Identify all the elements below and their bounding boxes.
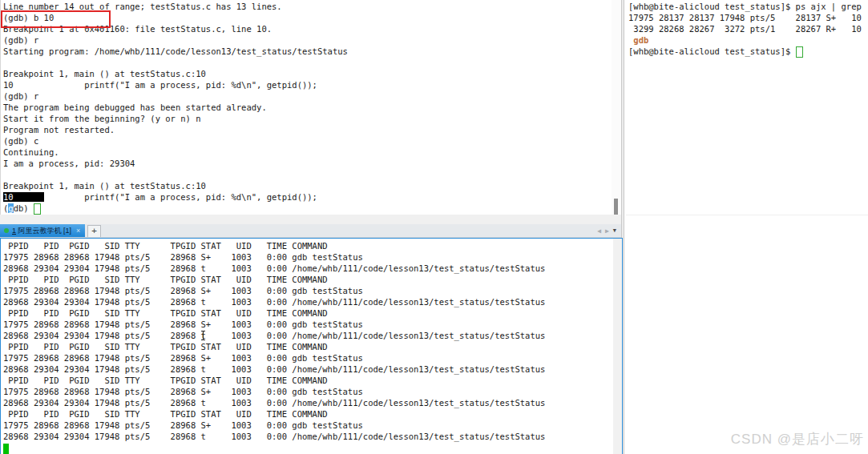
- connected-status-dot-icon: [4, 228, 9, 233]
- terminal-line: PPID PID PGID SID TTY TPGID STAT UID TIM…: [3, 341, 622, 352]
- tab-scroll-right-icon[interactable]: ▶: [605, 227, 609, 235]
- terminal-line: PPID PID PGID SID TTY TPGID STAT UID TIM…: [3, 240, 622, 251]
- terminal-line: [whb@bite-alicloud test_status]$ ps ajx …: [628, 1, 868, 12]
- terminal-line: 17975 28968 28968 17948 pts/5 28968 S+ 1…: [3, 352, 622, 364]
- csdn-watermark: CSDN @是店小二呀: [731, 430, 864, 448]
- gdb-terminal-pane[interactable]: Line number 14 out of range; testStatus.…: [0, 0, 612, 215]
- terminal-line: 10 printf("I am a process, pid: %d\n", g…: [3, 79, 612, 90]
- terminal-line: PPID PID PGID SID TTY TPGID STAT UID TIM…: [3, 408, 622, 420]
- terminal-app-window: Line number 14 out of range; testStatus.…: [0, 0, 868, 454]
- tab-scroll-left-icon[interactable]: ◀: [597, 227, 601, 235]
- terminal-line: 17975 28968 28968 17948 pts/5 28968 S+ 1…: [3, 285, 622, 296]
- terminal-line: 10 printf("I am a process, pid: %d\n", g…: [3, 191, 612, 203]
- terminal-line: 28968 29304 29304 17948 pts/5 28968 t 10…: [3, 397, 622, 408]
- terminal-line: The program being debugged has been star…: [3, 102, 612, 113]
- terminal-line: Program not restarted.: [3, 124, 612, 135]
- terminal-line: PPID PID PGID SID TTY TPGID STAT UID TIM…: [3, 307, 622, 319]
- right-pane-divider: [626, 215, 868, 215]
- terminal-line: 17975 28968 28968 17948 pts/5 28968 S+ 1…: [3, 420, 622, 431]
- tab-close-icon[interactable]: ×: [76, 227, 80, 235]
- left-pane-scrollbar-thumb[interactable]: [614, 199, 618, 215]
- terminal-line: Breakpoint 1, main () at testStatus.c:10: [3, 180, 612, 191]
- new-tab-button[interactable]: +: [87, 225, 101, 237]
- terminal-line: (gdb) r: [3, 34, 612, 46]
- terminal-line: [whb@bite-alicloud test_status]$: [628, 46, 868, 57]
- bottom-pane-scrollbar[interactable]: [613, 239, 622, 454]
- terminal-line: Line number 14 out of range; testStatus.…: [3, 1, 612, 12]
- terminal-line: (gdb): [3, 203, 612, 214]
- terminal-line: 17975 28137 28137 17948 pts/5 28137 S+ 1…: [628, 12, 868, 23]
- tab-bar-controls: ◀ ▶ ▼: [597, 224, 621, 237]
- terminal-line: Breakpoint 1 at 0x401160: file testStatu…: [3, 23, 612, 34]
- terminal-line: [3, 169, 612, 180]
- terminal-line: PPID PID PGID SID TTY TPGID STAT UID TIM…: [3, 375, 622, 386]
- tab-aliyun-session[interactable]: 1 阿里云教学机 [1] ×: [0, 224, 85, 237]
- terminal-line: PPID PID PGID SID TTY TPGID STAT UID TIM…: [3, 274, 622, 285]
- ps-output-terminal-pane[interactable]: PPID PID PGID SID TTY TPGID STAT UID TIM…: [0, 238, 623, 454]
- terminal-line: 28968 29304 29304 17948 pts/5 28968 t 10…: [3, 330, 622, 341]
- terminal-line: Start it from the beginning? (y or n) n: [3, 113, 612, 124]
- terminal-line: [3, 57, 612, 68]
- terminal-line: 17975 28968 28968 17948 pts/5 28968 S+ 1…: [3, 386, 622, 397]
- terminal-line: 3299 28268 28267 3272 pts/1 28267 R+ 10: [628, 23, 868, 34]
- tab-title: 阿里云教学机 [1]: [16, 227, 71, 235]
- terminal-line: (gdb) r: [3, 90, 612, 102]
- terminal-line: Starting program: /home/whb/111/code/les…: [3, 46, 612, 57]
- shell-terminal-pane[interactable]: [whb@bite-alicloud test_status]$ ps ajx …: [626, 0, 868, 454]
- left-pane-scrollbar[interactable]: [612, 0, 621, 215]
- terminal-line: 28968 29304 29304 17948 pts/5 28968 t 10…: [3, 296, 622, 307]
- terminal-line: gdb: [628, 34, 868, 46]
- terminal-line: 17975 28968 28968 17948 pts/5 28968 S+ 1…: [3, 251, 622, 263]
- terminal-line: 28968 29304 29304 17948 pts/5 28968 t 10…: [3, 364, 622, 375]
- tab-menu-dropdown-icon[interactable]: ▼: [613, 227, 616, 234]
- tab-label: 1 阿里云教学机 [1]: [12, 226, 71, 236]
- terminal-line: [3, 442, 622, 453]
- terminal-line: Continuing.: [3, 147, 612, 158]
- terminal-line: 17975 28968 28968 17948 pts/5 28968 S+ 1…: [3, 319, 622, 330]
- terminal-line: 28968 29304 29304 17948 pts/5 28968 t 10…: [3, 431, 622, 442]
- terminal-line: (gdb) c: [3, 135, 612, 147]
- pane-gap: [0, 215, 621, 224]
- terminal-line: Breakpoint 1, main () at testStatus.c:10: [3, 68, 612, 79]
- terminal-line: (gdb) b 10: [3, 12, 612, 23]
- session-tab-bar: 1 阿里云教学机 [1] × + ◀ ▶ ▼: [0, 224, 621, 238]
- terminal-line: I am a process, pid: 29304: [3, 158, 612, 169]
- terminal-line: 28968 29304 29304 17948 pts/5 28968 t 10…: [3, 263, 622, 274]
